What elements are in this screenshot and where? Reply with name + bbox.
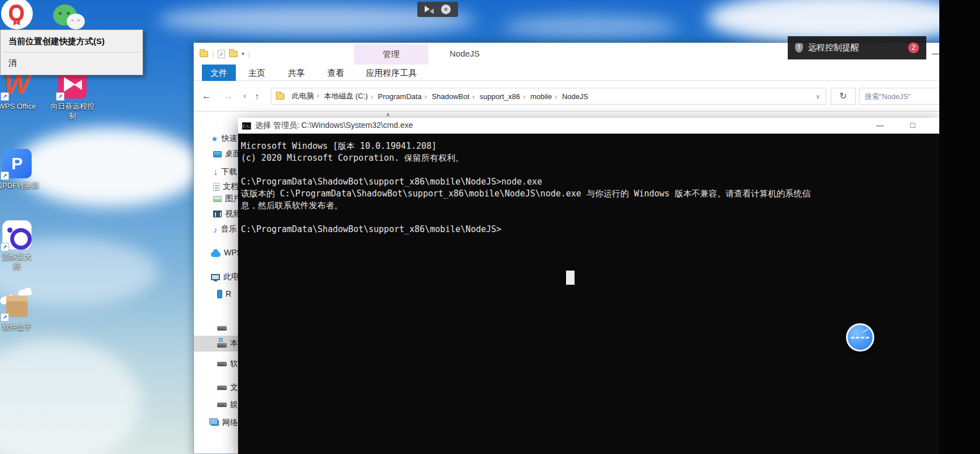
- new-folder-icon[interactable]: [229, 51, 238, 57]
- shortcut-arrow-icon: ↗: [1, 92, 9, 101]
- tab-home[interactable]: 主页: [244, 65, 270, 81]
- sidebar-item-downloads[interactable]: 下载: [194, 165, 239, 179]
- folder-icon[interactable]: [200, 51, 208, 57]
- drive-icon: [217, 386, 227, 390]
- sidebar-label: 音乐: [221, 224, 237, 234]
- sidebar-item-videos[interactable]: 视频: [194, 207, 239, 221]
- remote-float-ball[interactable]: [846, 323, 874, 352]
- maximize-button[interactable]: □: [900, 118, 926, 134]
- sidebar-item-local-disk-c[interactable]: 本地磁盘: [194, 336, 239, 352]
- cmd-console-output[interactable]: Microsoft Windows [版本 10.0.19041.208] (c…: [238, 134, 941, 454]
- sidebar-label: 视频: [225, 209, 239, 219]
- breadcrumb-mobile[interactable]: mobile: [525, 92, 557, 101]
- refresh-button[interactable]: [831, 88, 856, 105]
- tab-share[interactable]: 共享: [283, 65, 309, 81]
- sidebar-item-drive-media[interactable]: 娱乐: [194, 397, 239, 412]
- drive-icon: [217, 362, 227, 366]
- ribbon-tabs: 文件 主页 共享 查看 应用程序工具: [194, 65, 940, 81]
- sidebar-label: 此电脑: [223, 272, 239, 282]
- desktop-icon-label: 向日葵远程控制: [50, 101, 94, 121]
- address-toolbar: ← → ∨ ↑ 此电脑 本地磁盘 (C:) ProgramData Shadow…: [194, 81, 940, 112]
- sidebar-label: WPS网盘: [224, 248, 239, 258]
- console-line: Microsoft Windows [版本 10.0.19041.208]: [241, 140, 941, 152]
- tab-file[interactable]: 文件: [202, 65, 236, 81]
- sidebar-item-drive-documents[interactable]: 文档: [194, 380, 239, 395]
- console-line: 该版本的 C:\ProgramData\ShadowBot\support_x8…: [241, 188, 941, 200]
- up-button[interactable]: ↑: [255, 81, 260, 112]
- text-cursor-block: [566, 271, 575, 285]
- tab-application-tools[interactable]: 应用程序工具: [361, 65, 421, 81]
- back-button[interactable]: ←: [202, 81, 211, 112]
- properties-check-icon[interactable]: [218, 50, 225, 58]
- sidebar-item-wps-cloud[interactable]: WPS网盘: [194, 246, 239, 260]
- desktop-icon-software-box[interactable]: ↗ 软件盒子: [0, 290, 44, 332]
- breadcrumb-shadowbot[interactable]: ShadowBot: [427, 92, 475, 101]
- separator: |: [212, 50, 214, 58]
- console-line: [241, 212, 941, 224]
- carton-icon: [6, 295, 28, 317]
- menu-item-create-shortcut[interactable]: 当前位置创建快捷方式(S): [1, 30, 143, 52]
- sidebar-item-network[interactable]: 网络: [194, 416, 239, 430]
- quick-access-toolbar: | ▾ |: [200, 43, 250, 65]
- desktop-icon-label: 源PDF转换器: [0, 181, 39, 190]
- shield-alert-icon: [795, 43, 803, 53]
- desktop-icon-recovery-master[interactable]: ↗ 源恢复大师: [0, 220, 44, 271]
- banner-label: 远程控制提醒: [808, 42, 903, 53]
- cmd-titlebar[interactable]: 选择 管理员: C:\Windows\System32\cmd.exe — □ …: [238, 118, 941, 134]
- window-title: NodeJS: [450, 43, 480, 65]
- minimize-button[interactable]: —: [867, 118, 893, 134]
- sidebar-item-drive[interactable]: [194, 321, 239, 336]
- sidebar-label: 图片: [225, 194, 239, 204]
- cloud-icon: [211, 252, 221, 257]
- picture-icon: [213, 196, 222, 202]
- explorer-sidebar: 快速访问 桌面 下载 文档 图片 视频 音乐 WPS网盘 此电脑 R: [194, 112, 239, 453]
- sidebar-item-pictures[interactable]: 图片: [194, 191, 239, 206]
- star-icon: [211, 134, 218, 143]
- console-line: 息，然后联系软件发布者。: [241, 200, 941, 212]
- sidebar-item-this-pc[interactable]: 此电脑: [194, 269, 239, 284]
- recent-locations-dropdown[interactable]: ∨: [243, 81, 247, 112]
- notification-badge: 2: [908, 42, 919, 53]
- desktop-icon-wps-office[interactable]: W ↗ WPS Office: [0, 69, 44, 111]
- sidebar-item-drive-software[interactable]: 软件: [194, 357, 239, 371]
- desktop-icon-pdf-converter[interactable]: P ↗ 源PDF转换器: [0, 148, 44, 190]
- shortcut-arrow-icon: ↗: [1, 313, 9, 322]
- sidebar-item-quick-access[interactable]: 快速访问: [194, 131, 239, 146]
- close-circle-icon[interactable]: [441, 5, 451, 14]
- remote-mini-toolbar: [417, 2, 458, 17]
- desktop-icon-sunflower-remote[interactable]: ↗ 向日葵远程控制: [45, 69, 100, 121]
- recovery-master-icon: ↗: [2, 220, 32, 250]
- breadcrumb-this-pc[interactable]: 此电脑: [287, 91, 319, 101]
- address-dropdown-icon[interactable]: ∨: [816, 93, 826, 100]
- windows-drive-icon: [217, 343, 227, 348]
- remote-control-banner[interactable]: 远程控制提醒 2: [788, 36, 926, 59]
- breadcrumb-local-disk-c[interactable]: 本地磁盘 (C:): [319, 91, 373, 101]
- sidebar-label: 桌面: [225, 149, 239, 159]
- menu-item-cancel[interactable]: 消: [1, 53, 143, 75]
- mascot-icon: [9, 5, 24, 22]
- cmd-window-title: 选择 管理员: C:\Windows\System32\cmd.exe: [255, 121, 413, 131]
- collapse-arrows-icon[interactable]: [425, 6, 434, 13]
- console-line: C:\ProgramData\ShadowBot\support_x86\mob…: [241, 224, 941, 235]
- tab-view[interactable]: 查看: [323, 65, 349, 81]
- sidebar-label: 快速访问: [222, 134, 239, 144]
- sidebar-item-phone[interactable]: R: [194, 286, 239, 301]
- chevron-down-icon[interactable]: ▾: [241, 51, 244, 57]
- forward-button[interactable]: →: [223, 81, 233, 112]
- sidebar-item-desktop[interactable]: 桌面: [194, 147, 239, 161]
- cloud: [0, 340, 141, 454]
- breadcrumb-programdata[interactable]: ProgramData: [373, 92, 426, 101]
- sidebar-label: 网络: [222, 418, 238, 428]
- sidebar-label: 文档: [230, 383, 239, 393]
- breadcrumb-support-x86[interactable]: support_x86: [474, 92, 525, 101]
- address-bar[interactable]: 此电脑 本地磁盘 (C:) ProgramData ShadowBot supp…: [271, 88, 826, 105]
- pdf-converter-icon: P ↗: [2, 148, 32, 179]
- shortcut-arrow-icon: ↗: [1, 243, 9, 251]
- sidebar-item-music[interactable]: 音乐: [194, 222, 239, 237]
- desktop-icon-label: WPS Office: [0, 101, 36, 111]
- console-line: [241, 164, 941, 176]
- contextual-tab-manage[interactable]: 管理: [354, 44, 428, 65]
- drive-icon: [217, 402, 227, 407]
- wechat-icon-small-bubble: [67, 14, 85, 29]
- breadcrumb-nodejs[interactable]: NodeJS: [557, 92, 593, 101]
